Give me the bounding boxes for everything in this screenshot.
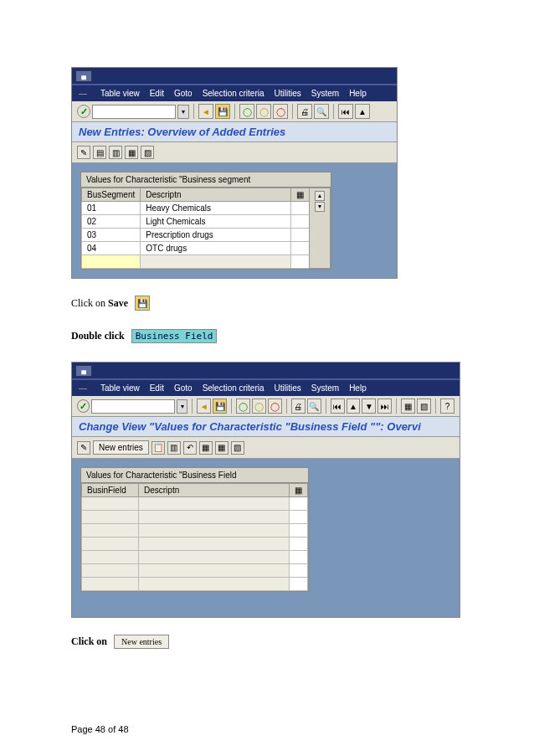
scrollbar[interactable]: ▴ ▾: [310, 188, 331, 269]
tool-icon-1[interactable]: ✎: [77, 441, 90, 455]
page-up-icon[interactable]: ▲: [355, 104, 370, 119]
page-down-icon[interactable]: ▼: [362, 399, 376, 414]
standard-toolbar: ✓ ▾ ◄ 💾 ◯ ◯ ◯ 🖨 🔍 ⏮ ▲: [72, 101, 397, 122]
col-header-descriptn[interactable]: Descriptn: [141, 188, 291, 202]
cell-desc[interactable]: Heavy Chemicals: [141, 202, 291, 215]
tool-icon-3[interactable]: ▥: [167, 441, 181, 455]
table-panel: Values for Characteristic "Business Fiel…: [80, 467, 309, 592]
table-row: 04OTC drugs: [82, 242, 331, 255]
table-row: [82, 537, 308, 551]
table-panel: Values for Characteristic "Business segm…: [80, 172, 331, 270]
menu-dash-icon: —: [79, 89, 87, 98]
page-last-icon[interactable]: ⏭: [377, 399, 392, 414]
table-row: [82, 564, 308, 578]
col-header-businfield[interactable]: BusinField: [82, 484, 139, 497]
ok-icon[interactable]: ✓: [77, 399, 90, 413]
tool-icon-5[interactable]: ▦: [199, 441, 213, 455]
menu-goto[interactable]: Goto: [174, 383, 193, 393]
menu-table-view[interactable]: Table view: [100, 383, 140, 393]
page-up-icon[interactable]: ▲: [347, 399, 361, 414]
cell-seg[interactable]: 01: [82, 202, 141, 215]
menu-system[interactable]: System: [311, 89, 339, 98]
col-header-bussegment[interactable]: BusSegment: [82, 188, 141, 202]
back-nav-icon[interactable]: ◯: [239, 104, 254, 119]
cancel-icon[interactable]: ◯: [273, 104, 288, 119]
tool-icon-2[interactable]: ▤: [93, 146, 106, 159]
print-icon[interactable]: 🖨: [297, 104, 312, 119]
tool-icon-6[interactable]: ▦: [215, 441, 228, 455]
instruction-doubleclick: Double click Business Field: [71, 329, 463, 343]
undo-icon[interactable]: ↶: [183, 441, 197, 455]
find-icon[interactable]: 🔍: [307, 399, 321, 414]
tool-icon-5[interactable]: ▧: [141, 146, 154, 159]
shortcut-icon[interactable]: ▧: [417, 399, 431, 414]
app-toolbar: ✎ New entries 📋 ▥ ↶ ▦ ▦ ▧: [72, 437, 460, 459]
cancel-icon[interactable]: ◯: [268, 399, 282, 414]
ok-icon[interactable]: ✓: [77, 105, 90, 118]
scroll-up-icon[interactable]: ▴: [315, 191, 325, 201]
help-icon[interactable]: ?: [440, 399, 454, 414]
content-area: Values for Characteristic "Business segm…: [72, 163, 397, 278]
back-icon[interactable]: ◄: [197, 399, 211, 414]
menu-goto[interactable]: Goto: [174, 89, 193, 98]
cell-seg[interactable]: 04: [82, 242, 141, 255]
scroll-down-icon[interactable]: ▾: [315, 202, 325, 212]
menubar: — Table view Edit Goto Selection criteri…: [72, 84, 397, 101]
col-config-icon[interactable]: ▦: [291, 188, 310, 202]
cell-active[interactable]: [82, 255, 141, 269]
save-icon[interactable]: 💾: [215, 104, 230, 119]
menu-selection-criteria[interactable]: Selection criteria: [203, 383, 264, 393]
copy-icon[interactable]: 📋: [151, 441, 165, 455]
page-first-icon[interactable]: ⏮: [331, 399, 345, 414]
back-nav-icon[interactable]: ◯: [236, 399, 250, 414]
tool-icon-7[interactable]: ▧: [231, 441, 244, 455]
col-config-icon[interactable]: ▦: [290, 484, 308, 497]
menu-help[interactable]: Help: [349, 89, 367, 98]
tool-icon-4[interactable]: ▦: [125, 146, 138, 159]
table-row: [82, 551, 308, 564]
panel-title: Values for Characteristic "Business segm…: [81, 172, 331, 188]
menu-table-view[interactable]: Table view: [100, 89, 140, 98]
cell-desc[interactable]: Prescription drugs: [141, 229, 291, 242]
content-area: Values for Characteristic "Business Fiel…: [72, 459, 460, 617]
new-entries-button[interactable]: New entries: [93, 440, 149, 455]
find-icon[interactable]: 🔍: [314, 104, 329, 119]
menu-system[interactable]: System: [311, 383, 339, 393]
menu-edit[interactable]: Edit: [150, 89, 164, 98]
table-row: [82, 255, 331, 269]
menu-utilities[interactable]: Utilities: [275, 383, 301, 393]
cell-desc[interactable]: Light Chemicals: [141, 215, 291, 229]
back-icon[interactable]: ◄: [198, 104, 213, 119]
table-row: [82, 511, 308, 524]
command-field[interactable]: [91, 399, 175, 414]
menu-utilities[interactable]: Utilities: [275, 89, 301, 98]
data-table: BusSegment Descriptn ▦ ▴ ▾ 01Heavy Chemi…: [81, 188, 331, 269]
menu-selection-criteria[interactable]: Selection criteria: [203, 89, 264, 98]
menu-help[interactable]: Help: [349, 383, 367, 393]
command-dropdown-icon[interactable]: ▾: [177, 105, 189, 119]
cell-empty[interactable]: [141, 255, 291, 269]
cell-desc[interactable]: OTC drugs: [141, 242, 291, 255]
cell-seg[interactable]: 02: [82, 215, 141, 229]
window-minimize-icon[interactable]: ▄: [75, 365, 92, 377]
session-icon[interactable]: ▦: [401, 399, 415, 414]
inline-business-field: Business Field: [131, 329, 218, 343]
exit-icon[interactable]: ◯: [252, 399, 266, 414]
tool-icon-1[interactable]: ✎: [77, 146, 90, 159]
data-table: BusinField Descriptn ▦: [81, 483, 308, 591]
menu-edit[interactable]: Edit: [150, 383, 164, 393]
command-field[interactable]: [92, 105, 176, 119]
print-icon[interactable]: 🖨: [291, 399, 306, 414]
command-dropdown-icon[interactable]: ▾: [177, 399, 187, 414]
cell-seg[interactable]: 03: [82, 229, 141, 242]
panel-title: Values for Characteristic "Business Fiel…: [81, 468, 308, 483]
save-icon[interactable]: 💾: [213, 399, 227, 414]
tool-icon-3[interactable]: ▥: [109, 146, 122, 159]
window-minimize-icon[interactable]: ▄: [75, 70, 92, 82]
table-row: 01Heavy Chemicals: [82, 202, 331, 215]
exit-icon[interactable]: ◯: [256, 104, 271, 119]
col-header-descriptn[interactable]: Descriptn: [139, 484, 290, 497]
page-first-icon[interactable]: ⏮: [338, 104, 353, 119]
standard-toolbar: ✓ ▾ ◄ 💾 ◯ ◯ ◯ 🖨 🔍 ⏮ ▲ ▼ ⏭ ▦ ▧ ?: [72, 396, 460, 417]
menu-dash-icon: —: [79, 383, 87, 393]
